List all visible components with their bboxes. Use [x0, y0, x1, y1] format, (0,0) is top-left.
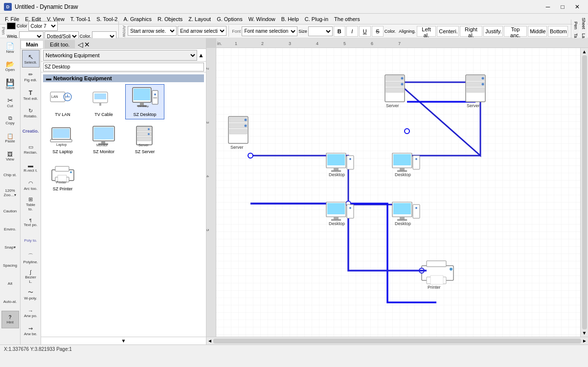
- shape-tv-cable[interactable]: TV Cable: [84, 84, 123, 119]
- shape-sz-desktop[interactable]: Desktop SZ Desktop: [125, 84, 164, 119]
- align-right-button[interactable]: Right al.: [460, 26, 482, 37]
- align-center-button[interactable]: Centeri.: [437, 26, 459, 37]
- end-arrow-select[interactable]: End arrow selecti.: [178, 26, 226, 36]
- creation-tool[interactable]: Creatio.: [22, 122, 40, 140]
- paste-button[interactable]: 📋 Paste: [1, 130, 19, 147]
- color-select[interactable]: Color 7: [28, 21, 58, 31]
- menu-help[interactable]: B. Help: [278, 15, 302, 23]
- shape-search-input[interactable]: [43, 63, 204, 71]
- menu-plugin[interactable]: C. Plug-in: [302, 15, 331, 23]
- tab-main[interactable]: Main: [21, 40, 44, 48]
- color-label: Color: [17, 23, 27, 28]
- shape-grid: LAN TV LAN: [43, 84, 204, 194]
- close-button[interactable]: ✕: [570, 2, 584, 12]
- justify-button[interactable]: Justify.: [483, 26, 503, 37]
- new-button[interactable]: 📄 New: [1, 39, 19, 57]
- italic-button[interactable]: I: [346, 26, 358, 37]
- hint-button[interactable]: ? Hint: [1, 311, 19, 328]
- bold-button[interactable]: B: [334, 26, 345, 37]
- minimize-button[interactable]: ─: [541, 2, 555, 12]
- caution-button[interactable]: Caution: [1, 202, 19, 220]
- top-anchor-button[interactable]: Top anc.: [504, 26, 527, 37]
- strikethrough-button[interactable]: S: [372, 26, 384, 37]
- window-title: Untitled - Dynamic Draw: [15, 3, 78, 10]
- pen-tab[interactable]: Pen: [572, 20, 579, 31]
- arw-pos-tool[interactable]: → Arw po.: [22, 304, 40, 321]
- zoom-button[interactable]: 120% Zoo…▾: [1, 184, 19, 202]
- open-icon: 📂: [6, 61, 14, 68]
- category-select[interactable]: Networking Equipment: [43, 50, 197, 61]
- fig-edit-tool[interactable]: ✏ Fig edi.: [22, 68, 40, 86]
- alt-button[interactable]: Alt: [1, 275, 19, 292]
- snap-button[interactable]: Snap▾: [1, 238, 19, 256]
- cut-button[interactable]: ✂ Cut: [1, 93, 19, 111]
- rotation-tool[interactable]: ↻ Rotatio.: [22, 104, 40, 122]
- scroll-up-button[interactable]: ▲: [198, 52, 204, 59]
- middle-button[interactable]: Middle: [528, 26, 547, 37]
- svg-point-65: [401, 83, 404, 86]
- chip-button[interactable]: Chip st.: [1, 166, 19, 184]
- save-icon: 💾: [6, 79, 14, 86]
- select-tool[interactable]: ↖ Selecti.: [22, 50, 40, 68]
- menu-window[interactable]: W. Window: [246, 15, 278, 23]
- hscroll-thumb[interactable]: [213, 339, 581, 344]
- underline-button[interactable]: U: [359, 26, 371, 37]
- save-button[interactable]: 💾 Save: [1, 75, 19, 93]
- svg-point-67: [405, 129, 409, 134]
- shape-sz-server[interactable]: Server SZ Server: [125, 121, 164, 157]
- svg-point-73: [482, 77, 484, 80]
- size-select[interactable]: [308, 26, 333, 36]
- polyline-tool[interactable]: ⌒ Polyline.: [22, 250, 40, 267]
- maximize-button[interactable]: □: [556, 2, 569, 12]
- svg-rect-7: [94, 93, 106, 99]
- font-section-label: Font: [232, 29, 241, 34]
- w-poly-tool[interactable]: 〜 W-poly.: [22, 286, 40, 303]
- arc-tool[interactable]: ◠ Arc too.: [22, 177, 40, 194]
- table-tool[interactable]: ⊞ Table to.: [22, 195, 40, 213]
- shape-sz-printer[interactable]: Printer SZ Printer: [43, 159, 82, 194]
- shape-tv-lan[interactable]: LAN TV LAN: [43, 84, 82, 119]
- menu-options[interactable]: G. Options: [214, 15, 246, 23]
- svg-rect-101: [397, 219, 407, 221]
- shape-sz-monitor[interactable]: Monitor SZ Monitor: [84, 121, 123, 157]
- vscrollbar[interactable]: ▲ ▼: [580, 48, 588, 337]
- menu-layout[interactable]: Z. Layout: [185, 15, 214, 23]
- align-left-button[interactable]: Left al.: [417, 26, 436, 37]
- panel-close-button[interactable]: ✕: [84, 41, 90, 48]
- shape-sz-laptop[interactable]: Laptop SZ Laptop: [43, 121, 82, 157]
- menu-others[interactable]: The others: [331, 15, 363, 23]
- menu-objects[interactable]: R. Objects: [155, 15, 185, 23]
- menu-graphics[interactable]: A. Graphics: [120, 15, 154, 23]
- poly-tool[interactable]: Poly to.: [22, 231, 40, 249]
- align-section-label: Aligning.: [399, 29, 416, 34]
- sheet-tab[interactable]: Sheet: [580, 16, 587, 31]
- start-arrow-select[interactable]: Start arrow sele.: [128, 26, 177, 36]
- open-button[interactable]: 📂 Open: [1, 57, 19, 75]
- copy-button[interactable]: ⧉ Copy: [1, 112, 19, 129]
- auto-al-button[interactable]: Auto-al.: [1, 293, 19, 310]
- r-rect-tool[interactable]: ▬ R-rect t.: [22, 159, 40, 176]
- svg-text:5: 5: [206, 229, 210, 231]
- text-edit-tool[interactable]: T Text edi.: [22, 86, 40, 104]
- svg-text:3: 3: [289, 41, 291, 46]
- vscroll-down-button[interactable]: ▼: [581, 330, 588, 336]
- bottom-button[interactable]: Bottom: [548, 26, 568, 37]
- text-pos-tool[interactable]: ¶ Text po.: [22, 213, 40, 231]
- arw-be-tool[interactable]: ⇝ Arw be.: [22, 322, 40, 340]
- view-button[interactable]: 🖼 View: [1, 148, 19, 165]
- spacing-button[interactable]: Spacing: [1, 256, 19, 274]
- panel-scroll-down-button[interactable]: ▼: [121, 338, 126, 344]
- hscroll-left-button[interactable]: ◄: [207, 338, 212, 344]
- hscroll-right-button[interactable]: ►: [582, 338, 587, 344]
- vscroll-up-button[interactable]: ▲: [581, 49, 588, 54]
- main-canvas[interactable]: Server Server: [216, 48, 580, 337]
- hscrollbar[interactable]: ◄ ►: [206, 337, 588, 344]
- rectangle-tool[interactable]: ▭ Rectan.: [22, 140, 40, 158]
- panel-back-button[interactable]: ◁: [78, 41, 83, 48]
- tab-edit-too[interactable]: Edit too.: [45, 40, 75, 48]
- side-panel: Main Edit too. ◁ ✕ ↖ Selecti. ✏ Fig: [21, 38, 206, 344]
- bezier-tool[interactable]: ∫ Bezier L.: [22, 268, 40, 285]
- enviro-button[interactable]: Enviro.: [1, 220, 19, 238]
- vscroll-thumb[interactable]: [582, 55, 587, 329]
- font-name-select[interactable]: Font name selection: [242, 26, 297, 36]
